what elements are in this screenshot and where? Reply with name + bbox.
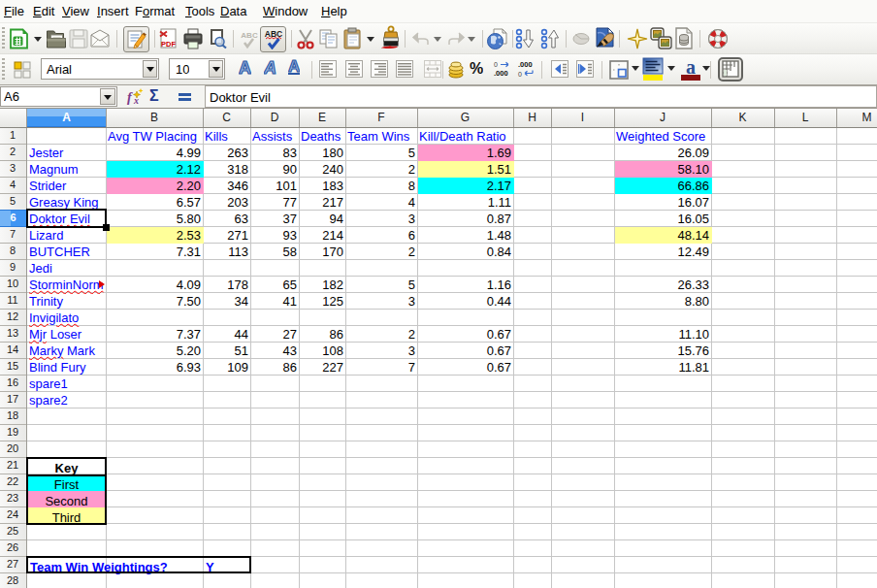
svg-text:ABC: ABC	[241, 31, 258, 40]
svg-text:PDF: PDF	[161, 40, 176, 49]
svg-text:f: f	[127, 90, 133, 105]
svg-text:x: x	[133, 95, 139, 106]
svg-text:a: a	[686, 57, 696, 78]
svg-text:.000: .000	[518, 60, 533, 69]
svg-text:.000: .000	[494, 69, 508, 78]
svg-text:0: 0	[518, 71, 522, 78]
svg-text:0: 0	[494, 61, 498, 68]
